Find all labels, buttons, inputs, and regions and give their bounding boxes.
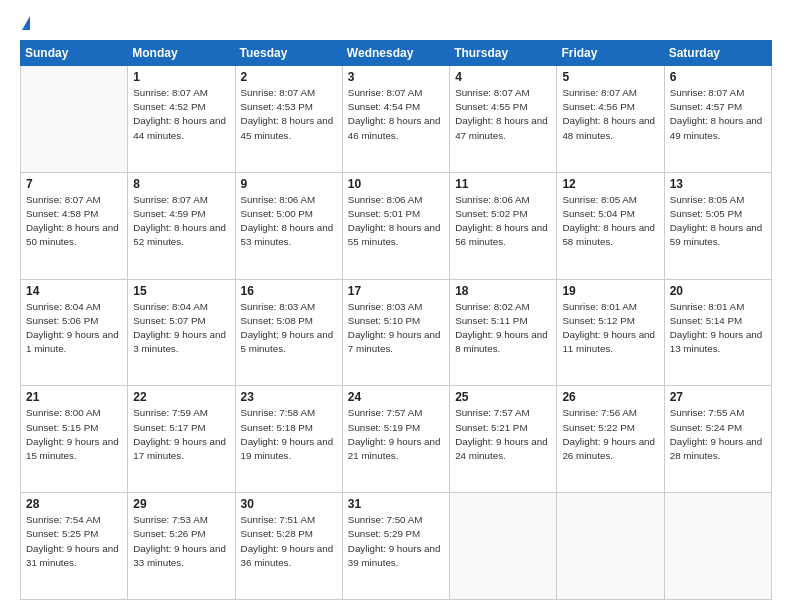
day-cell: 26Sunrise: 7:56 AMSunset: 5:22 PMDayligh… bbox=[557, 386, 664, 493]
day-number: 7 bbox=[26, 177, 122, 191]
day-cell: 7Sunrise: 8:07 AMSunset: 4:58 PMDaylight… bbox=[21, 172, 128, 279]
logo-triangle-icon bbox=[22, 16, 30, 30]
col-thursday: Thursday bbox=[450, 41, 557, 66]
day-detail: Sunrise: 7:50 AMSunset: 5:29 PMDaylight:… bbox=[348, 513, 444, 570]
day-number: 1 bbox=[133, 70, 229, 84]
day-cell: 4Sunrise: 8:07 AMSunset: 4:55 PMDaylight… bbox=[450, 66, 557, 173]
page: Sunday Monday Tuesday Wednesday Thursday… bbox=[0, 0, 792, 612]
day-number: 18 bbox=[455, 284, 551, 298]
day-cell: 20Sunrise: 8:01 AMSunset: 5:14 PMDayligh… bbox=[664, 279, 771, 386]
day-number: 30 bbox=[241, 497, 337, 511]
day-detail: Sunrise: 8:03 AMSunset: 5:10 PMDaylight:… bbox=[348, 300, 444, 357]
day-cell: 9Sunrise: 8:06 AMSunset: 5:00 PMDaylight… bbox=[235, 172, 342, 279]
day-cell: 13Sunrise: 8:05 AMSunset: 5:05 PMDayligh… bbox=[664, 172, 771, 279]
day-cell bbox=[21, 66, 128, 173]
day-cell: 27Sunrise: 7:55 AMSunset: 5:24 PMDayligh… bbox=[664, 386, 771, 493]
day-cell bbox=[664, 493, 771, 600]
day-cell: 8Sunrise: 8:07 AMSunset: 4:59 PMDaylight… bbox=[128, 172, 235, 279]
day-number: 4 bbox=[455, 70, 551, 84]
day-cell: 22Sunrise: 7:59 AMSunset: 5:17 PMDayligh… bbox=[128, 386, 235, 493]
day-number: 25 bbox=[455, 390, 551, 404]
day-detail: Sunrise: 8:06 AMSunset: 5:02 PMDaylight:… bbox=[455, 193, 551, 250]
col-wednesday: Wednesday bbox=[342, 41, 449, 66]
day-detail: Sunrise: 8:07 AMSunset: 4:59 PMDaylight:… bbox=[133, 193, 229, 250]
day-detail: Sunrise: 7:57 AMSunset: 5:19 PMDaylight:… bbox=[348, 406, 444, 463]
day-cell: 16Sunrise: 8:03 AMSunset: 5:08 PMDayligh… bbox=[235, 279, 342, 386]
day-number: 17 bbox=[348, 284, 444, 298]
day-cell: 10Sunrise: 8:06 AMSunset: 5:01 PMDayligh… bbox=[342, 172, 449, 279]
day-detail: Sunrise: 7:55 AMSunset: 5:24 PMDaylight:… bbox=[670, 406, 766, 463]
day-cell: 14Sunrise: 8:04 AMSunset: 5:06 PMDayligh… bbox=[21, 279, 128, 386]
day-cell: 11Sunrise: 8:06 AMSunset: 5:02 PMDayligh… bbox=[450, 172, 557, 279]
day-number: 24 bbox=[348, 390, 444, 404]
col-sunday: Sunday bbox=[21, 41, 128, 66]
day-number: 13 bbox=[670, 177, 766, 191]
day-number: 31 bbox=[348, 497, 444, 511]
day-detail: Sunrise: 7:53 AMSunset: 5:26 PMDaylight:… bbox=[133, 513, 229, 570]
header-row: Sunday Monday Tuesday Wednesday Thursday… bbox=[21, 41, 772, 66]
header bbox=[20, 16, 772, 30]
day-number: 19 bbox=[562, 284, 658, 298]
day-number: 29 bbox=[133, 497, 229, 511]
day-number: 10 bbox=[348, 177, 444, 191]
day-detail: Sunrise: 8:07 AMSunset: 4:54 PMDaylight:… bbox=[348, 86, 444, 143]
day-number: 9 bbox=[241, 177, 337, 191]
day-number: 27 bbox=[670, 390, 766, 404]
day-detail: Sunrise: 8:07 AMSunset: 4:52 PMDaylight:… bbox=[133, 86, 229, 143]
day-cell: 19Sunrise: 8:01 AMSunset: 5:12 PMDayligh… bbox=[557, 279, 664, 386]
day-detail: Sunrise: 8:04 AMSunset: 5:07 PMDaylight:… bbox=[133, 300, 229, 357]
day-detail: Sunrise: 8:01 AMSunset: 5:14 PMDaylight:… bbox=[670, 300, 766, 357]
col-tuesday: Tuesday bbox=[235, 41, 342, 66]
day-detail: Sunrise: 8:04 AMSunset: 5:06 PMDaylight:… bbox=[26, 300, 122, 357]
day-cell: 23Sunrise: 7:58 AMSunset: 5:18 PMDayligh… bbox=[235, 386, 342, 493]
day-cell: 21Sunrise: 8:00 AMSunset: 5:15 PMDayligh… bbox=[21, 386, 128, 493]
day-detail: Sunrise: 8:06 AMSunset: 5:01 PMDaylight:… bbox=[348, 193, 444, 250]
day-detail: Sunrise: 8:07 AMSunset: 4:58 PMDaylight:… bbox=[26, 193, 122, 250]
week-row-5: 28Sunrise: 7:54 AMSunset: 5:25 PMDayligh… bbox=[21, 493, 772, 600]
day-detail: Sunrise: 7:58 AMSunset: 5:18 PMDaylight:… bbox=[241, 406, 337, 463]
day-number: 6 bbox=[670, 70, 766, 84]
day-cell: 18Sunrise: 8:02 AMSunset: 5:11 PMDayligh… bbox=[450, 279, 557, 386]
day-cell: 6Sunrise: 8:07 AMSunset: 4:57 PMDaylight… bbox=[664, 66, 771, 173]
day-detail: Sunrise: 7:56 AMSunset: 5:22 PMDaylight:… bbox=[562, 406, 658, 463]
day-detail: Sunrise: 8:03 AMSunset: 5:08 PMDaylight:… bbox=[241, 300, 337, 357]
calendar-header: Sunday Monday Tuesday Wednesday Thursday… bbox=[21, 41, 772, 66]
day-cell: 30Sunrise: 7:51 AMSunset: 5:28 PMDayligh… bbox=[235, 493, 342, 600]
week-row-4: 21Sunrise: 8:00 AMSunset: 5:15 PMDayligh… bbox=[21, 386, 772, 493]
day-number: 2 bbox=[241, 70, 337, 84]
day-number: 28 bbox=[26, 497, 122, 511]
day-number: 14 bbox=[26, 284, 122, 298]
day-detail: Sunrise: 8:05 AMSunset: 5:04 PMDaylight:… bbox=[562, 193, 658, 250]
day-number: 8 bbox=[133, 177, 229, 191]
day-detail: Sunrise: 8:07 AMSunset: 4:53 PMDaylight:… bbox=[241, 86, 337, 143]
logo bbox=[20, 16, 30, 30]
day-cell: 5Sunrise: 8:07 AMSunset: 4:56 PMDaylight… bbox=[557, 66, 664, 173]
day-cell: 24Sunrise: 7:57 AMSunset: 5:19 PMDayligh… bbox=[342, 386, 449, 493]
day-number: 22 bbox=[133, 390, 229, 404]
day-detail: Sunrise: 8:07 AMSunset: 4:55 PMDaylight:… bbox=[455, 86, 551, 143]
day-cell: 15Sunrise: 8:04 AMSunset: 5:07 PMDayligh… bbox=[128, 279, 235, 386]
day-detail: Sunrise: 8:01 AMSunset: 5:12 PMDaylight:… bbox=[562, 300, 658, 357]
col-saturday: Saturday bbox=[664, 41, 771, 66]
day-detail: Sunrise: 8:05 AMSunset: 5:05 PMDaylight:… bbox=[670, 193, 766, 250]
day-detail: Sunrise: 7:51 AMSunset: 5:28 PMDaylight:… bbox=[241, 513, 337, 570]
day-detail: Sunrise: 7:59 AMSunset: 5:17 PMDaylight:… bbox=[133, 406, 229, 463]
day-cell: 28Sunrise: 7:54 AMSunset: 5:25 PMDayligh… bbox=[21, 493, 128, 600]
day-number: 11 bbox=[455, 177, 551, 191]
day-detail: Sunrise: 8:00 AMSunset: 5:15 PMDaylight:… bbox=[26, 406, 122, 463]
day-detail: Sunrise: 8:07 AMSunset: 4:56 PMDaylight:… bbox=[562, 86, 658, 143]
day-number: 23 bbox=[241, 390, 337, 404]
day-cell: 2Sunrise: 8:07 AMSunset: 4:53 PMDaylight… bbox=[235, 66, 342, 173]
day-number: 21 bbox=[26, 390, 122, 404]
day-cell bbox=[450, 493, 557, 600]
day-cell: 1Sunrise: 8:07 AMSunset: 4:52 PMDaylight… bbox=[128, 66, 235, 173]
day-number: 12 bbox=[562, 177, 658, 191]
calendar-body: 1Sunrise: 8:07 AMSunset: 4:52 PMDaylight… bbox=[21, 66, 772, 600]
day-number: 16 bbox=[241, 284, 337, 298]
day-detail: Sunrise: 7:54 AMSunset: 5:25 PMDaylight:… bbox=[26, 513, 122, 570]
day-detail: Sunrise: 8:07 AMSunset: 4:57 PMDaylight:… bbox=[670, 86, 766, 143]
week-row-3: 14Sunrise: 8:04 AMSunset: 5:06 PMDayligh… bbox=[21, 279, 772, 386]
col-monday: Monday bbox=[128, 41, 235, 66]
week-row-2: 7Sunrise: 8:07 AMSunset: 4:58 PMDaylight… bbox=[21, 172, 772, 279]
day-number: 3 bbox=[348, 70, 444, 84]
